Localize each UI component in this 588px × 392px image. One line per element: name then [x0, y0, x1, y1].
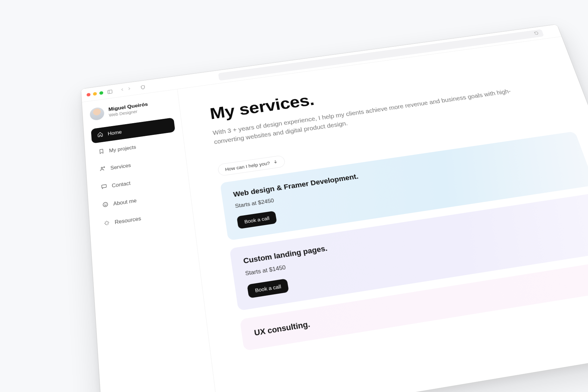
sidebar-item-label: Resources [115, 216, 141, 225]
sidebar-item-label: Contact [112, 181, 131, 189]
sidebar-item-label: My projects [109, 144, 136, 154]
minimize-window-icon[interactable] [93, 92, 97, 96]
arrow-down-icon [273, 159, 278, 165]
forward-icon[interactable] [126, 86, 132, 92]
smile-icon [102, 201, 109, 209]
message-icon [101, 183, 107, 191]
book-call-button[interactable]: Book a call [247, 279, 289, 299]
service-price: Starts at $2450 [235, 153, 574, 209]
sidebar-nav: Home My projects Services Contact [91, 118, 186, 233]
browser-window: Miguel Queirós Web Designer Home My proj… [81, 24, 588, 392]
avatar [90, 106, 105, 121]
bookmark-icon [98, 148, 105, 156]
help-pill-label: How can I help you? [225, 160, 270, 172]
svg-point-5 [103, 202, 108, 207]
help-pill[interactable]: How can I help you? [217, 155, 286, 176]
sidebar-item-label: Services [110, 163, 131, 171]
svg-line-1 [109, 90, 109, 93]
main-content: My services. With 3 + years of design ex… [177, 37, 588, 392]
svg-rect-0 [107, 90, 112, 94]
svg-point-3 [104, 167, 105, 168]
reload-icon[interactable] [533, 31, 539, 36]
services-icon [100, 166, 106, 173]
home-icon [97, 131, 103, 139]
sidebar-item-label: About me [113, 198, 137, 207]
back-icon[interactable] [120, 87, 125, 93]
close-window-icon[interactable] [87, 93, 90, 97]
traffic-lights [87, 91, 104, 96]
svg-point-2 [101, 167, 103, 169]
sidebar-toggle-icon[interactable] [107, 89, 113, 95]
maximize-window-icon[interactable] [99, 91, 103, 95]
sparkle-icon [104, 220, 110, 228]
privacy-shield-icon[interactable] [140, 84, 146, 90]
sidebar-item-label: Home [107, 129, 122, 137]
svg-point-6 [105, 204, 105, 204]
svg-point-7 [106, 204, 106, 204]
service-title: Web design & Framer Development. [233, 141, 570, 199]
svg-rect-4 [102, 185, 106, 188]
nav-arrows [120, 86, 132, 93]
book-call-button[interactable]: Book a call [237, 211, 277, 229]
profile-block: Miguel Queirós Web Designer [90, 97, 172, 121]
